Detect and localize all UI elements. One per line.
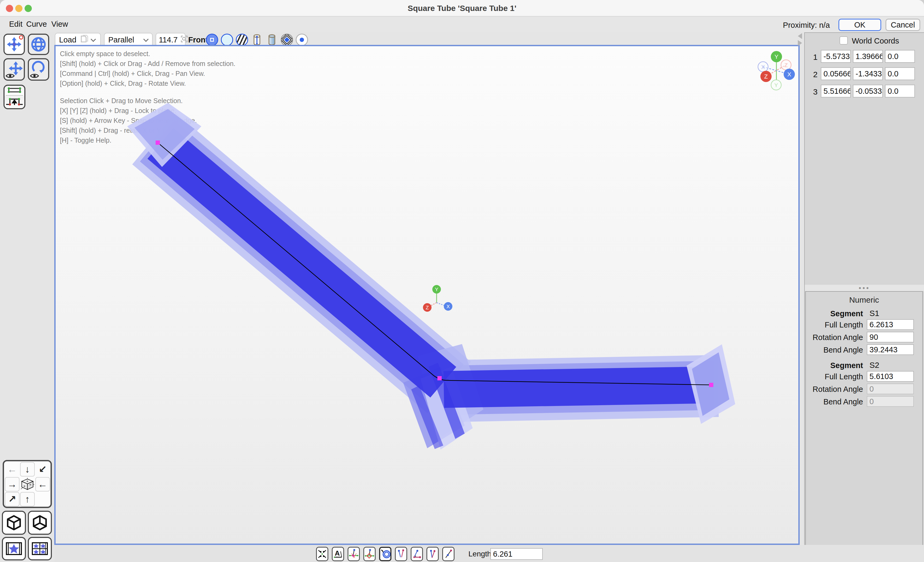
chevron-down-icon	[90, 37, 96, 42]
coord-field-3x[interactable]: 5.51666	[821, 85, 851, 97]
viewport-3d[interactable]: Click empty space to deselect. [Shift] (…	[54, 45, 800, 545]
svg-text:X: X	[761, 64, 765, 70]
nav-arrow-left[interactable]: ←	[35, 477, 50, 492]
angle-measure-tool-button[interactable]	[411, 547, 423, 561]
segment-label: Segment	[806, 361, 863, 370]
svg-text:Y: Y	[774, 54, 778, 60]
coord-field-3z[interactable]: 0.0	[885, 85, 915, 97]
svg-text:A: A	[335, 549, 340, 557]
coord-field-3y[interactable]: -0.05333	[853, 85, 883, 97]
panel-splitter[interactable]: •••	[804, 285, 924, 291]
row-label: 1	[810, 52, 818, 62]
coord-field-1x[interactable]: -5.57333	[821, 50, 851, 63]
panel-expand-right-icon[interactable]	[798, 40, 802, 46]
quad-view-button[interactable]	[28, 537, 52, 561]
converge-icon	[317, 549, 327, 559]
angle-measure-icon	[412, 549, 422, 559]
numeric-panel: Numeric Segment S1 Full Length 6.2613 Ro…	[805, 291, 923, 562]
nav-arrow-up[interactable]: ↑	[20, 492, 35, 507]
view-orientation-gizmo[interactable]: X Z Y Y Z X	[758, 51, 795, 90]
row-label: 2	[810, 70, 818, 79]
world-coords-label: World Coords	[852, 37, 899, 45]
title-bar: Square Tube 'Square Tube 1'	[0, 0, 924, 16]
segment-2-name: S2	[870, 360, 879, 370]
menu-curve[interactable]: Curve	[26, 20, 47, 28]
menu-bar: Edit Curve View Proximity: n/a OK Cancel	[0, 17, 924, 31]
filled-profile-icon[interactable]	[206, 34, 218, 46]
coord-field-1z[interactable]: 0.0	[885, 50, 915, 63]
bend-angle-label: Bend Angle	[806, 398, 863, 406]
nav-arrow-right[interactable]: →	[5, 477, 20, 492]
splitter-grip-icon: •••	[805, 287, 924, 289]
center-point-icon[interactable]	[296, 34, 308, 46]
eye-icon	[30, 73, 39, 79]
arc-circle-tool-button[interactable]	[379, 547, 392, 561]
center-dot-glyph	[300, 38, 304, 42]
scene-canvas[interactable]: Y Z X X Z Y Y Z X	[56, 46, 798, 544]
panel-collapse-left-icon[interactable]	[798, 33, 802, 39]
curve-point-end[interactable]	[709, 383, 713, 387]
angle-a-icon: A	[333, 549, 343, 559]
curve-point-bend[interactable]	[437, 376, 442, 380]
segment-label: Segment	[806, 309, 863, 318]
proximity-status: Proximity: n/a	[783, 21, 830, 30]
move-tool-button[interactable]	[3, 34, 25, 55]
nav-arrow-up-right[interactable]: ↗	[5, 492, 20, 507]
segment-2-bend-angle-field: 0	[867, 396, 914, 407]
segment-1-full-length-field[interactable]: 6.2613	[867, 319, 914, 330]
svg-text:Z: Z	[784, 62, 788, 68]
iso-view-top-button[interactable]	[2, 511, 26, 535]
segment-1-rotation-angle-field[interactable]: 90	[867, 332, 914, 342]
zoom-magnifier-icon	[181, 36, 188, 44]
quad-view-icon	[32, 542, 48, 555]
coord-field-2x[interactable]: 0.05666	[821, 67, 851, 80]
full-length-label: Full Length	[806, 372, 863, 381]
profile-edit-button[interactable]	[3, 85, 26, 109]
coord-field-2z[interactable]: 0.0	[885, 67, 915, 80]
profile-pages-icon	[80, 34, 89, 45]
zebra-material-icon[interactable]	[236, 34, 248, 46]
angle-a-tool-button[interactable]: A	[332, 547, 344, 561]
eye-icon	[6, 73, 15, 79]
coord-field-1y[interactable]: 1.39666	[853, 50, 883, 63]
segment-2-full-length-field[interactable]: 5.6103	[867, 371, 914, 382]
load-dropdown-label: Load	[59, 36, 76, 44]
point-snap-tool-button[interactable]	[348, 547, 360, 561]
single-view-button[interactable]	[2, 537, 26, 561]
diamond-snap-tool-button[interactable]	[363, 547, 376, 561]
segment-1-bend-angle-field[interactable]: 39.2443	[867, 344, 914, 355]
length-field[interactable]: 6.261	[490, 548, 543, 560]
two-lines-tool-button[interactable]	[395, 547, 407, 561]
converge-tool-button[interactable]	[316, 547, 328, 561]
nav-arrow-down[interactable]: ↓	[20, 462, 35, 477]
hollow-profile-icon[interactable]	[221, 34, 233, 46]
menu-view[interactable]: View	[51, 20, 68, 28]
shaded-cylinder-icon[interactable]	[266, 34, 278, 46]
world-coords-checkbox[interactable]	[840, 36, 848, 45]
curve-point-start[interactable]	[156, 140, 160, 145]
wire-cylinder-icon[interactable]	[251, 34, 263, 46]
pan-view-button[interactable]	[3, 58, 25, 81]
full-length-label: Full Length	[806, 321, 863, 329]
svg-text:Y: Y	[774, 82, 778, 88]
view-orientation-label: Front	[188, 36, 208, 44]
bend-angle-label: Bend Angle	[806, 346, 863, 354]
rotate-view-button[interactable]	[28, 58, 49, 81]
record-badge-icon	[19, 35, 23, 40]
iso-view-bottom-button[interactable]	[28, 511, 52, 535]
coord-field-2y[interactable]: -1.34333	[853, 67, 883, 80]
v-lines-tool-button[interactable]	[426, 547, 439, 561]
projection-value: Parallel	[108, 36, 134, 44]
svg-text:X: X	[447, 304, 450, 309]
nav-cube-icon	[20, 477, 35, 492]
menu-edit[interactable]: Edit	[9, 20, 22, 28]
nav-arrow-left-disabled: ←	[5, 462, 20, 477]
cancel-button[interactable]: Cancel	[885, 19, 920, 31]
svg-text:X: X	[788, 71, 791, 78]
globe-tool-button[interactable]	[28, 34, 49, 55]
diamond-material-icon[interactable]	[281, 34, 293, 46]
ok-button[interactable]: OK	[838, 19, 881, 31]
nav-arrow-down-left[interactable]: ↙	[35, 462, 50, 477]
line-point-tool-button[interactable]	[442, 547, 454, 561]
tube-s1-core	[160, 143, 443, 382]
